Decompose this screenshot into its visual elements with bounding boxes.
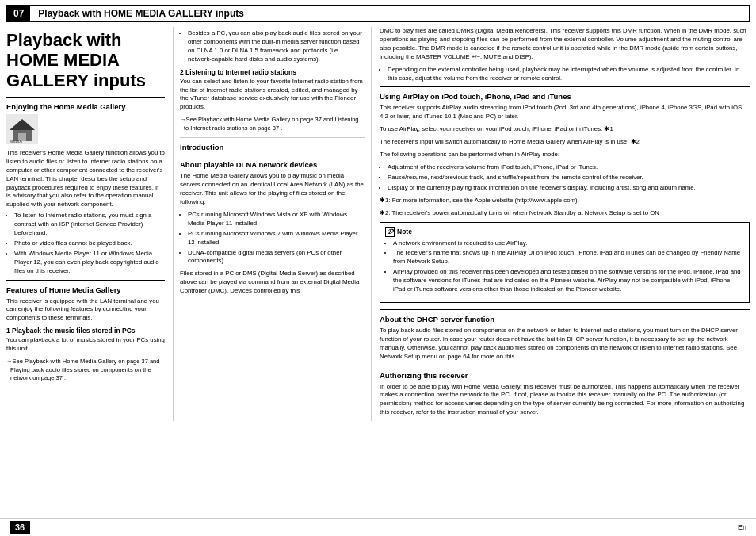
list-item: PCs running Microsoft Windows 7 with Win… [188,230,365,247]
footer-page-number: 36 [10,521,30,534]
section2-body: This receiver is equipped with the LAN t… [6,297,165,324]
section1-heading: Enjoying the Home Media Gallery [6,102,165,111]
mid-bullets1: Besides a PC, you can also play back aud… [180,29,365,64]
airplay-body2: To use AirPlay, select your receiver on … [380,125,750,134]
airplay-body1: This receiver supports AirPlay audio str… [380,104,750,121]
note-title: 𝓓 Note [385,227,744,237]
footnote2: ✱2: The receiver's power automatically t… [380,209,750,218]
dlna-body2: Files stored in a PC or DMS (Digital Med… [180,270,365,296]
main-content: Playback with HOME MEDIA GALLERY inputs … [6,22,750,421]
list-item: Display of the currently playing track i… [388,184,750,193]
list-item: PCs running Microsoft Windows Vista or X… [188,211,365,228]
auth-heading: Authorizing this receiver [380,371,750,380]
list-item: The receiver's name that shows up in the… [393,249,744,266]
dlna-bullets: PCs running Microsoft Windows Vista or X… [180,211,365,266]
dmc-bullet: Depending on the external controller bei… [380,66,750,83]
airplay-heading: Using AirPlay on iPod touch, iPhone, iPa… [380,92,750,101]
divider-5 [380,309,750,310]
numbered-item-1: 1 Playback the music files stored in PCs [6,327,165,335]
section1-body: This receiver's Home Media Gallery funct… [6,149,165,276]
intro-heading: Introduction [180,143,365,151]
home-logo-icon: MEDIA GALLERY [6,114,38,144]
footer-language: En [738,523,746,531]
airplay-bullets: Adjustment of the receiver's volume from… [380,163,750,193]
dhcp-body: To play back audio files stored on compo… [380,327,750,362]
note-icon: 𝓓 [385,227,395,237]
header-number: 07 [7,6,30,21]
section1-bullets: To listen to Internet radio stations, yo… [6,212,165,275]
divider-1 [6,97,165,98]
left-column: Playback with HOME MEDIA GALLERY inputs … [6,27,173,421]
divider-6 [380,366,750,366]
dlna-heading: About playable DLNA network devices [180,160,365,169]
list-item: To listen to Internet radio stations, yo… [14,212,165,238]
page-title: Playback with HOME MEDIA GALLERY inputs [6,30,165,90]
note-bullets: A network environment is required to use… [385,239,744,294]
list-item: A network environment is required to use… [393,239,744,248]
mid-divider [180,137,365,138]
middle-column: Besides a PC, you can also play back aud… [173,27,371,421]
note-box: 𝓓 Note A network environment is required… [380,222,750,303]
airplay-body3: The receiver's input will switch automat… [380,138,750,147]
airplay-operations: The following operations can be performe… [380,151,750,159]
numbered1-body: You can playback a lot of musics stored … [6,336,165,354]
svg-text:GALLERY: GALLERY [8,144,27,144]
divider-2 [6,280,165,281]
dlna-body: The Home Media Gallery allows you to pla… [180,172,365,207]
list-item: DLNA-compatible digital media servers (o… [188,249,365,266]
arrow-ref-2: →See Playback with Home Media Gallery on… [180,116,365,132]
list-item: Besides a PC, you can also play back aud… [188,29,365,64]
divider-3 [180,155,365,155]
header-bar: 07 Playback with HOME MEDIA GALLERY inpu… [6,5,750,22]
dmc-text: DMC to play files are called DMRs (Digit… [380,27,750,62]
footer: 36 En [0,518,756,536]
list-item: AirPlay provided on this receiver has be… [393,268,744,294]
arrow-ref-1: →See Playback with Home Media Gallery on… [6,358,165,383]
divider-4 [380,86,750,87]
section2-heading: Features of Home Media Gallery [6,285,165,294]
list-item: Photo or video files cannot be played ba… [14,239,165,248]
header-title: Playback with HOME MEDIA GALLERY inputs [30,8,244,19]
footnote1: ✱1: For more information, see the Apple … [380,197,750,205]
right-column: DMC to play files are called DMRs (Digit… [371,27,750,421]
list-item: With Windows Media Player 11 or Windows … [14,250,165,276]
dhcp-heading: About the DHCP server function [380,315,750,324]
numbered2-body: You can select and listen to your favori… [180,78,365,113]
list-item: Pause/resume, next/previous track, and s… [388,174,750,182]
list-item: Depending on the external controller bei… [388,66,750,83]
auth-body: In order to be able to play with Home Me… [380,383,750,418]
numbered-item-2: 2 Listening to Internet radio stations [180,68,365,76]
list-item: Adjustment of the receiver's volume from… [388,163,750,172]
